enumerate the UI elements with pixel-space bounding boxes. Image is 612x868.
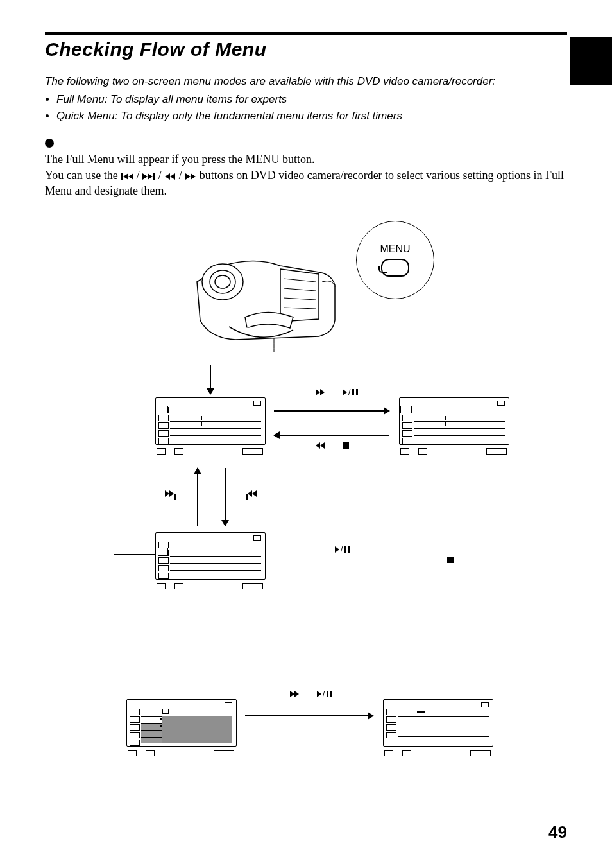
menu-cat-icon (402, 415, 412, 421)
flow-label-down (165, 490, 176, 500)
fast-forward-icon (316, 389, 325, 395)
menu-cat-icon (402, 438, 412, 444)
flow-label-stop (447, 557, 454, 563)
svg-marker-7 (170, 173, 175, 180)
menu-cat-icon (386, 709, 396, 715)
svg-marker-3 (142, 173, 148, 180)
body-line-1: The Full Menu will appear if you press t… (45, 152, 567, 167)
camera-mode-icon (253, 401, 261, 406)
menu-cat-icon (158, 422, 169, 429)
intro-lead: The following two on-screen menu modes a… (45, 74, 567, 89)
menu-cat-icon (158, 573, 169, 579)
arrow-screen2-to-1 (274, 435, 389, 436)
camera-body-drawing (184, 243, 351, 340)
menu-cat-icon (130, 716, 140, 723)
prev-track-icon (121, 169, 137, 182)
menu-cat-icon (130, 732, 140, 738)
submenu-tick-icon (162, 709, 169, 714)
intro-block: The following two on-screen menu modes a… (45, 74, 567, 123)
flow-label-right: / (316, 388, 358, 397)
rewind-icon (316, 442, 325, 449)
section-tab (570, 37, 612, 85)
top-rule-thin (45, 62, 567, 62)
selection-cursor-icon (157, 548, 168, 555)
menu-cat-icon (386, 716, 396, 723)
menu-cat-icon (158, 415, 169, 421)
stop-icon (343, 442, 349, 449)
top-rule-thick (45, 32, 567, 35)
camera-mode-icon (481, 702, 489, 707)
menu-cat-icon (130, 740, 140, 746)
stop-icon (447, 557, 454, 563)
menu-cat-icon (158, 557, 169, 564)
menu-screen-5 (383, 699, 492, 758)
menu-cat-icon (386, 732, 396, 738)
svg-rect-5 (153, 173, 155, 180)
page-title: Checking Flow of Menu (45, 39, 567, 60)
menu-screen-4 (126, 699, 235, 758)
intro-item-2: Quick Menu: To display only the fundamen… (56, 108, 567, 124)
body-line-2: You can use the / / / buttons on DVD vid… (45, 168, 567, 199)
camera-mode-icon (253, 535, 261, 541)
page-number: 49 (548, 822, 567, 842)
svg-marker-8 (185, 173, 191, 180)
prev-track-icon (245, 490, 257, 500)
body-paragraph: The Full Menu will appear if you press t… (45, 152, 567, 198)
fast-forward-icon (290, 691, 299, 697)
selection-cursor-icon (157, 406, 168, 413)
svg-rect-0 (121, 173, 123, 180)
flow-label-play-pause: / (335, 545, 350, 554)
arrow-screen4-to-5 (245, 715, 373, 716)
camera-mode-icon (497, 401, 505, 406)
menu-cat-icon (158, 430, 169, 437)
flow-label-up (245, 490, 257, 500)
svg-marker-4 (148, 173, 153, 180)
svg-point-12 (215, 275, 230, 288)
play-pause-icon: / (335, 545, 350, 554)
rewind-icon (162, 169, 179, 182)
next-track-icon (140, 169, 158, 182)
menu-cat-icon (402, 430, 412, 437)
menu-button-icon (381, 259, 409, 277)
arrow-screen1-to-3 (225, 468, 226, 526)
menu-cat-icon (130, 724, 140, 731)
menu-screen-3 (155, 532, 264, 591)
intro-item-1: Full Menu: To display all menu items for… (56, 92, 567, 107)
camera-illustration: MENU (45, 218, 567, 352)
fast-forward-icon (182, 169, 200, 182)
menu-screen-2 (399, 397, 508, 456)
menu-screen-1 (155, 397, 264, 456)
arrow-screen3-to-1 (197, 468, 198, 526)
svg-marker-9 (191, 173, 196, 180)
menu-callout-bubble: MENU (356, 221, 434, 299)
play-pause-icon: / (343, 388, 358, 397)
menu-flow-diagram-2: / (81, 680, 531, 783)
menu-label: MENU (380, 243, 410, 255)
manual-page: Checking Flow of Menu The following two … (0, 0, 612, 868)
play-pause-icon: / (317, 690, 332, 699)
menu-cat-icon (130, 709, 140, 715)
flow-label-right-2: / (290, 690, 332, 699)
arrow-screen1-to-2 (274, 410, 389, 412)
flow-label-left (316, 442, 349, 449)
menu-cat-icon (386, 724, 396, 731)
svg-marker-2 (128, 173, 133, 180)
next-track-icon (165, 490, 176, 500)
camera-mode-icon (225, 702, 232, 707)
menu-cat-icon (158, 565, 169, 571)
menu-cat-icon (158, 438, 169, 444)
selection-cursor-icon (400, 406, 412, 413)
svg-marker-1 (123, 173, 128, 180)
menu-cat-icon (402, 422, 412, 429)
connector-line (114, 554, 155, 555)
arrow-into-screen-1 (210, 365, 211, 394)
section-bullet-icon (45, 139, 54, 148)
svg-marker-6 (165, 173, 170, 180)
menu-flow-diagram: / (65, 365, 547, 641)
